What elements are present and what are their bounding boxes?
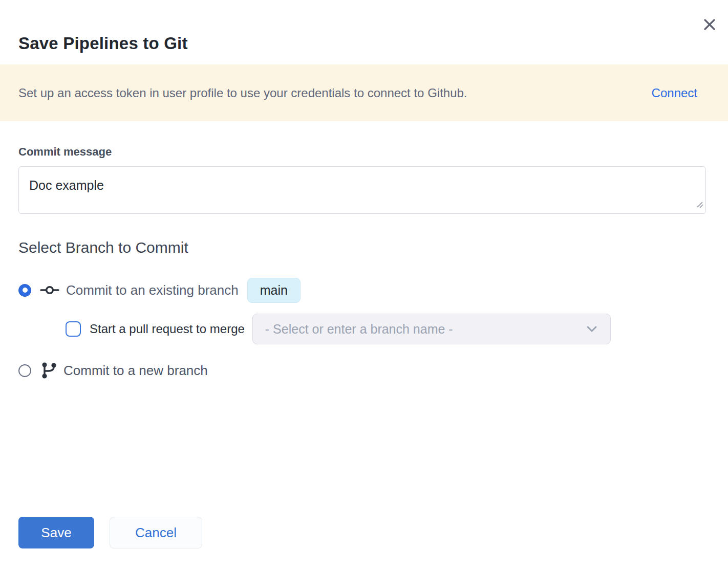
save-button[interactable]: Save bbox=[18, 517, 94, 548]
close-icon bbox=[702, 17, 717, 32]
page-title: Save Pipelines to Git bbox=[18, 34, 710, 53]
dialog-footer: Save Cancel bbox=[18, 517, 202, 548]
git-commit-icon bbox=[40, 284, 59, 296]
existing-branch-radio[interactable] bbox=[18, 284, 31, 297]
commit-message-wrap: Doc example bbox=[18, 166, 706, 214]
pull-request-label: Start a pull request to merge bbox=[90, 322, 245, 336]
save-pipelines-dialog: Save Pipelines to Git Set up an access t… bbox=[0, 0, 728, 571]
dialog-header: Save Pipelines to Git bbox=[0, 0, 728, 53]
existing-branch-label: Commit to an existing branch bbox=[66, 282, 239, 298]
chevron-down-icon bbox=[586, 325, 598, 333]
new-branch-label: Commit to a new branch bbox=[63, 363, 208, 379]
branch-name-select[interactable]: - Select or enter a branch name - bbox=[252, 314, 611, 344]
connect-link[interactable]: Connect bbox=[652, 86, 697, 100]
existing-branch-option: Commit to an existing branch main bbox=[18, 276, 710, 304]
pull-request-checkbox[interactable] bbox=[66, 321, 81, 337]
access-token-banner: Set up an access token in user profile t… bbox=[0, 64, 728, 121]
git-branch-icon bbox=[41, 362, 57, 379]
commit-message-input[interactable]: Doc example bbox=[18, 166, 706, 214]
commit-message-label: Commit message bbox=[18, 145, 706, 159]
cancel-button[interactable]: Cancel bbox=[110, 517, 202, 548]
pull-request-row: Start a pull request to merge - Select o… bbox=[66, 314, 710, 344]
commit-message-field: Commit message Doc example bbox=[0, 145, 728, 214]
select-branch-heading: Select Branch to Commit bbox=[18, 239, 710, 256]
new-branch-option: Commit to a new branch bbox=[18, 358, 710, 383]
branch-badge[interactable]: main bbox=[247, 278, 301, 303]
close-button[interactable] bbox=[699, 14, 720, 35]
new-branch-radio[interactable] bbox=[18, 364, 31, 377]
branch-select-placeholder: - Select or enter a branch name - bbox=[265, 322, 453, 337]
banner-message: Set up an access token in user profile t… bbox=[18, 86, 639, 100]
